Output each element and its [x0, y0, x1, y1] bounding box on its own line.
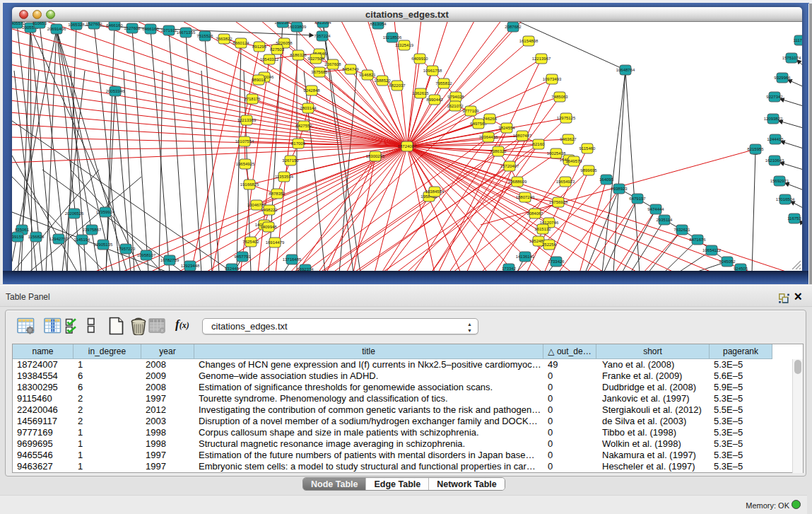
svg-text:2935114: 2935114 — [657, 218, 673, 222]
svg-text:2367608: 2367608 — [324, 62, 341, 66]
svg-text:9899695: 9899695 — [580, 168, 597, 173]
svg-text:6938923: 6938923 — [611, 187, 628, 191]
svg-text:2803144: 2803144 — [300, 106, 317, 110]
svg-text:20206526: 20206526 — [65, 211, 84, 216]
svg-text:10688609: 10688609 — [508, 180, 527, 184]
svg-text:989014: 989014 — [252, 78, 266, 82]
svg-text:17359924: 17359924 — [96, 210, 115, 214]
svg-text:1145194: 1145194 — [74, 238, 91, 242]
svg-text:1621072: 1621072 — [447, 104, 464, 108]
svg-text:9794028: 9794028 — [447, 95, 464, 99]
svg-text:19654923: 19654923 — [556, 180, 575, 184]
svg-text:8990443: 8990443 — [426, 98, 443, 102]
svg-text:1498222: 1498222 — [261, 208, 278, 212]
svg-text:6466160: 6466160 — [106, 23, 123, 28]
svg-text:9457791: 9457791 — [234, 255, 251, 259]
svg-text:15720407: 15720407 — [500, 164, 519, 168]
svg-text:1362615: 1362615 — [412, 91, 429, 95]
svg-text:8813054: 8813054 — [314, 22, 331, 25]
svg-text:12975125: 12975125 — [557, 116, 576, 120]
svg-text:16671355: 16671355 — [177, 30, 196, 35]
svg-text:10807487: 10807487 — [513, 134, 532, 138]
svg-text:164095: 164095 — [599, 177, 614, 182]
svg-text:932448: 932448 — [225, 267, 240, 271]
svg-text:1527602: 1527602 — [86, 22, 102, 26]
svg-text:9329966: 9329966 — [774, 76, 791, 80]
svg-text:7955812: 7955812 — [435, 81, 452, 86]
svg-text:13384554: 13384554 — [425, 189, 445, 194]
svg-text:3267150: 3267150 — [282, 158, 299, 163]
svg-text:12923448: 12923448 — [181, 264, 200, 268]
svg-text:23975867: 23975867 — [83, 228, 102, 232]
svg-text:835061: 835061 — [15, 228, 30, 232]
svg-text:7632621: 7632621 — [673, 228, 690, 232]
svg-text:39159: 39159 — [12, 235, 24, 239]
svg-text:173342: 173342 — [502, 267, 517, 271]
svg-text:1065328: 1065328 — [68, 23, 85, 27]
svg-text:19654925: 19654925 — [236, 162, 255, 166]
svg-text:1615132: 1615132 — [534, 227, 551, 231]
svg-text:12213369: 12213369 — [237, 118, 257, 122]
svg-text:6466160: 6466160 — [142, 27, 159, 31]
svg-text:9242848: 9242848 — [303, 88, 320, 93]
svg-text:16033809: 16033809 — [288, 25, 307, 29]
svg-text:10648764: 10648764 — [616, 68, 635, 72]
svg-text:62160: 62160 — [533, 142, 545, 146]
svg-text:9084067: 9084067 — [526, 211, 543, 216]
svg-text:1692374: 1692374 — [297, 267, 314, 271]
svg-text:16914479: 16914479 — [266, 240, 285, 245]
svg-text:10654112: 10654112 — [702, 248, 722, 252]
svg-text:8427552: 8427552 — [295, 124, 312, 128]
svg-text:1588520: 1588520 — [374, 78, 391, 83]
svg-text:19166825: 19166825 — [240, 182, 259, 187]
svg-text:910653: 910653 — [33, 22, 47, 25]
svg-text:16210643: 16210643 — [765, 158, 784, 163]
svg-text:891295: 891295 — [252, 45, 267, 49]
svg-text:111753: 111753 — [793, 38, 802, 42]
svg-text:18807249: 18807249 — [516, 195, 535, 199]
svg-text:9245052: 9245052 — [719, 259, 736, 264]
svg-text:19756928: 19756928 — [549, 200, 568, 204]
svg-text:1244415: 1244415 — [767, 137, 784, 141]
svg-text:9115460: 9115460 — [579, 146, 596, 151]
svg-text:1071911: 1071911 — [161, 28, 178, 33]
svg-text:12213967: 12213967 — [532, 57, 551, 61]
svg-text:8878352: 8878352 — [269, 192, 286, 196]
svg-text:8215955: 8215955 — [747, 147, 764, 151]
svg-text:6409910: 6409910 — [411, 57, 428, 61]
svg-text:1649579: 1649579 — [565, 159, 582, 163]
svg-text:10961758: 10961758 — [423, 69, 442, 73]
svg-text:15751074: 15751074 — [782, 56, 801, 60]
svg-text:20691406: 20691406 — [47, 27, 66, 31]
svg-text:11325419: 11325419 — [395, 43, 414, 47]
svg-text:7485063: 7485063 — [551, 95, 568, 99]
svg-text:924505: 924505 — [734, 267, 748, 271]
svg-text:7386322: 7386322 — [490, 149, 507, 153]
svg-text:8454749: 8454749 — [342, 67, 359, 71]
svg-text:20364436: 20364436 — [479, 135, 498, 139]
svg-text:746266: 746266 — [483, 117, 498, 121]
svg-text:1156829: 1156829 — [28, 235, 45, 239]
svg-text:10973493: 10973493 — [543, 77, 562, 81]
svg-text:16782759: 16782759 — [160, 258, 180, 262]
svg-text:7357224: 7357224 — [314, 34, 331, 38]
svg-text:9777109: 9777109 — [462, 109, 479, 113]
svg-text:1409948: 1409948 — [260, 225, 277, 229]
svg-text:9227342: 9227342 — [766, 95, 783, 99]
svg-text:13716485: 13716485 — [283, 257, 302, 262]
svg-text:116753: 116753 — [787, 216, 801, 221]
svg-text:11353594: 11353594 — [275, 175, 294, 179]
svg-text:18300295: 18300295 — [366, 154, 385, 158]
svg-text:817006: 817006 — [291, 141, 306, 146]
svg-text:10958107: 10958107 — [137, 253, 156, 257]
svg-text:17016504: 17016504 — [776, 197, 795, 201]
svg-text:3824554: 3824554 — [498, 126, 515, 130]
svg-text:252254: 252254 — [542, 243, 557, 247]
svg-text:827503: 827503 — [270, 47, 285, 52]
svg-text:16154808: 16154808 — [519, 39, 539, 43]
svg-text:15692971: 15692971 — [770, 179, 789, 183]
svg-text:1527602: 1527602 — [124, 26, 141, 30]
svg-text:9327506: 9327506 — [307, 57, 324, 61]
svg-text:17957223: 17957223 — [117, 247, 136, 251]
svg-text:14136141: 14136141 — [516, 255, 535, 259]
